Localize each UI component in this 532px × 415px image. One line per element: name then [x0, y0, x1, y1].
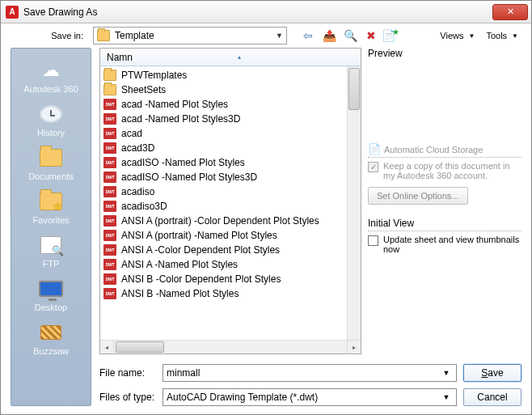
file-name: acadiso3D [121, 201, 346, 212]
initial-view-group: Initial View Update sheet and view thumb… [368, 218, 521, 254]
cloud-storage-group: 📄 Automatic Cloud Storage ✓ Keep a copy … [368, 143, 521, 205]
sidebar-item-label: Desktop [35, 303, 67, 312]
save-drawing-as-dialog: A Save Drawing As ✕ Save in: Template ▼ … [0, 0, 532, 415]
list-item[interactable]: acad -Named Plot Styles3D2 [100, 112, 361, 126]
dwt-file-icon [103, 128, 116, 139]
list-item[interactable]: SheetSets [100, 83, 361, 97]
auto-cloud-label: Automatic Cloud Storage [384, 145, 483, 155]
filename-label: File name: [99, 367, 156, 379]
file-name: acad -Named Plot Styles [121, 99, 346, 110]
filetype-label: Files of type: [99, 392, 156, 403]
right-pane: Preview 📄 Automatic Cloud Storage ✓ Keep… [368, 48, 521, 354]
sidebar-item-ftp[interactable]: FTP [17, 230, 85, 272]
list-item[interactable]: acad3D2 [100, 141, 361, 155]
cancel-button[interactable]: Cancel [463, 388, 521, 406]
vertical-scrollbar[interactable] [347, 66, 361, 340]
dwt-file-icon [103, 201, 116, 212]
list-item[interactable]: PTWTemplates [100, 68, 361, 83]
list-item[interactable]: ANSI B -Color Dependent Plot Styles2 [100, 272, 361, 286]
file-list: Namn ▴ PTWTemplatesSheetSetsacad -Named … [99, 48, 361, 354]
list-item[interactable]: ANSI B -Named Plot Styles2 [100, 286, 361, 301]
up-button[interactable]: 📤 [321, 28, 337, 44]
list-item[interactable]: acadiso3D2 [100, 199, 361, 214]
sidebar-item-label: Buzzsaw [33, 346, 69, 356]
list-item[interactable]: acadISO -Named Plot Styles3D2 [100, 170, 361, 184]
file-name: acad [121, 128, 346, 139]
sidebar-item-favorites[interactable]: Favorites [17, 186, 85, 228]
dwt-file-icon [103, 273, 116, 285]
list-item[interactable]: ANSI A (portrait) -Named Plot Styles2 [100, 228, 361, 243]
window-title: Save Drawing As [23, 6, 97, 18]
list-item[interactable]: acad2 [100, 126, 361, 141]
sidebar-item-desktop[interactable]: Desktop [17, 273, 85, 315]
filetype-value [167, 392, 440, 403]
file-name: PTWTemplates [121, 70, 346, 81]
list-item[interactable]: ANSI A -Color Dependent Plot Styles2 [100, 243, 361, 257]
save-in-value: Template [115, 30, 276, 41]
list-item[interactable]: ANSI A (portrait) -Color Dependent Plot … [100, 214, 361, 228]
dwt-file-icon [103, 230, 116, 241]
scroll-left-icon[interactable]: ◂ [100, 341, 114, 354]
dwt-file-icon [103, 215, 116, 227]
save-button[interactable]: Save [463, 364, 521, 382]
filetype-combo[interactable]: ▼ [163, 388, 457, 406]
sidebar-item-documents[interactable]: Documents [17, 142, 85, 184]
update-thumbnails-label: Update sheet and view thumbnails now [383, 235, 521, 254]
dwt-file-icon [103, 172, 116, 183]
keep-copy-label: Keep a copy of this document in my Autod… [383, 161, 521, 180]
cloud-icon: 📄 [368, 143, 381, 155]
file-name: ANSI B -Color Dependent Plot Styles [121, 273, 346, 285]
dwt-file-icon [103, 244, 116, 256]
horizontal-scrollbar[interactable]: ◂ ▸ [100, 340, 361, 354]
update-thumbnails-checkbox[interactable] [368, 235, 378, 246]
app-icon: A [6, 6, 19, 19]
dwt-file-icon [103, 157, 116, 168]
chevron-down-icon: ▼ [512, 32, 518, 40]
back-button[interactable]: ⇦ [300, 28, 316, 44]
column-header-name-label: Namn [107, 52, 133, 63]
set-online-options-button: Set Online Options... [368, 187, 468, 205]
file-name: acadISO -Named Plot Styles3D [121, 172, 346, 183]
tools-menu[interactable]: Tools▼ [481, 29, 523, 42]
chevron-down-icon: ▼ [276, 32, 283, 40]
toolbar: Save in: Template ▼ ⇦ 📤 🔍 ✖ 📄★ Views▼ To… [1, 23, 531, 48]
file-name: ANSI A (portrait) -Color Dependent Plot … [121, 215, 346, 227]
filename-combo[interactable]: ▼ [163, 364, 457, 382]
search-web-button[interactable]: 🔍 [342, 28, 358, 44]
file-name: acad -Named Plot Styles3D [121, 113, 346, 125]
sidebar-item-history[interactable]: History [17, 99, 85, 141]
dwt-file-icon [103, 288, 116, 299]
sidebar-item-label: Documents [28, 172, 74, 181]
chevron-down-icon[interactable]: ▼ [440, 393, 453, 401]
sidebar-item-buzzsaw[interactable]: Buzzsaw [17, 317, 85, 359]
file-name: SheetSets [121, 84, 346, 95]
save-in-label: Save in: [9, 31, 88, 40]
preview-label: Preview [368, 48, 521, 59]
file-name: ANSI B -Named Plot Styles [121, 288, 346, 299]
list-item[interactable]: acadISO -Named Plot Styles2 [100, 155, 361, 170]
new-folder-button[interactable]: 📄★ [384, 28, 400, 44]
chevron-down-icon: ▼ [468, 32, 475, 40]
delete-button[interactable]: ✖ [363, 28, 379, 44]
sidebar-item-label: Autodesk 360 [23, 84, 78, 94]
list-item[interactable]: acad -Named Plot Styles2 [100, 97, 361, 112]
file-name: ANSI A (portrait) -Named Plot Styles [121, 230, 346, 241]
views-menu[interactable]: Views▼ [435, 29, 479, 42]
dwt-file-icon [103, 113, 116, 125]
scroll-right-icon[interactable]: ▸ [347, 341, 361, 354]
sort-ascending-icon: ▴ [238, 53, 241, 61]
sidebar-item-label: History [37, 128, 65, 138]
file-name: ANSI A -Color Dependent Plot Styles [121, 244, 346, 256]
column-header-name[interactable]: Namn ▴ [100, 49, 361, 66]
sidebar-item-autodesk-360[interactable]: ☁Autodesk 360 [17, 55, 85, 97]
dwt-file-icon [103, 142, 116, 154]
folder-icon [103, 84, 116, 95]
save-in-combo[interactable]: Template ▼ [93, 27, 287, 44]
chevron-down-icon[interactable]: ▼ [440, 369, 453, 377]
filename-input[interactable] [167, 367, 440, 379]
list-item[interactable]: ANSI A -Named Plot Styles2 [100, 257, 361, 272]
file-name: acad3D [121, 142, 346, 154]
list-item[interactable]: acadiso2 [100, 184, 361, 199]
close-button[interactable]: ✕ [492, 4, 528, 20]
folder-icon [103, 70, 116, 81]
